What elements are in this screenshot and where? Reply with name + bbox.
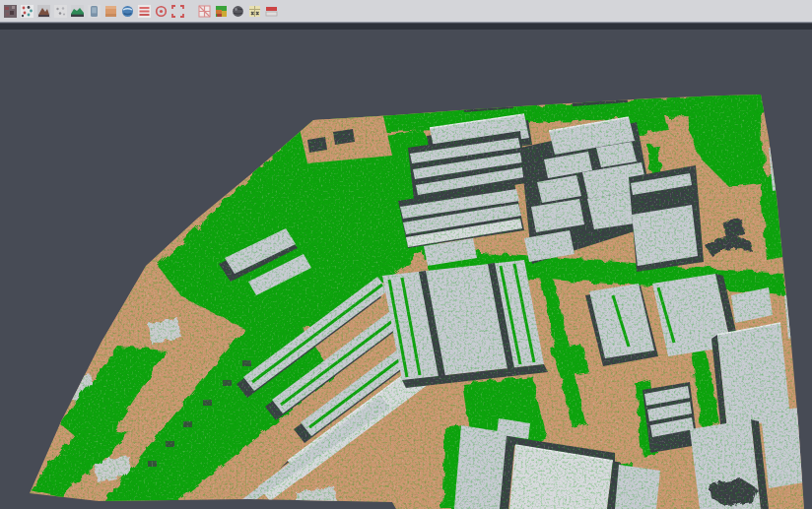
point-cloud-render-icon[interactable] [2, 3, 18, 20]
toolbar-separator [186, 3, 196, 20]
speckle-dark [0, 79, 812, 509]
viewport-3d[interactable] [0, 30, 812, 509]
sparse-points-icon[interactable] [52, 3, 68, 20]
terrain-model-icon[interactable] [69, 3, 85, 20]
sphere-view-icon[interactable] [230, 3, 245, 20]
table-delete-icon[interactable] [246, 3, 262, 20]
target-circle-icon[interactable] [153, 3, 169, 20]
tin-surface-icon[interactable] [35, 3, 51, 20]
attribute-list-icon[interactable] [136, 3, 152, 20]
grid-mesh-icon[interactable] [196, 3, 212, 20]
cross-section-profile-icon[interactable] [86, 3, 102, 20]
scene-3d-pointcloud[interactable] [0, 30, 812, 509]
orthophoto-icon[interactable] [102, 3, 118, 20]
zoom-selection-icon[interactable] [169, 3, 185, 20]
classified-points-icon[interactable] [19, 3, 34, 20]
terrain-mesh [0, 79, 812, 509]
classification-map-icon[interactable] [213, 3, 229, 20]
toolbar [0, 0, 812, 23]
globe-3d-icon[interactable] [119, 3, 135, 20]
layer-stack-icon[interactable] [263, 3, 279, 20]
